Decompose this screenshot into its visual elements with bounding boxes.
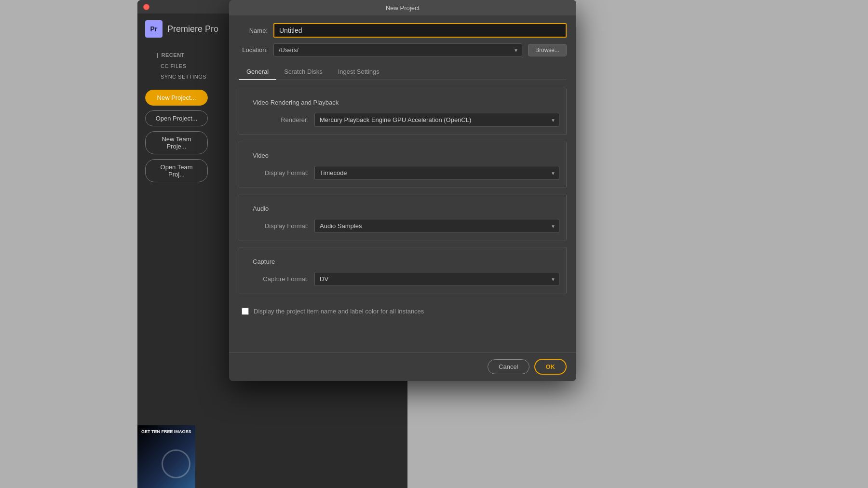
display-item-name-checkbox[interactable] — [242, 308, 249, 315]
video-body: Video Display Format: Timecode ▼ — [239, 141, 566, 188]
audio-display-format-row: Display Format: Audio Samples ▼ — [246, 217, 559, 235]
modal-footer: Cancel OK — [229, 352, 576, 381]
video-section: Video Display Format: Timecode ▼ — [239, 141, 567, 188]
name-label: Name: — [239, 27, 268, 34]
browse-button[interactable]: Browse... — [528, 44, 567, 56]
location-label: Location: — [239, 46, 268, 54]
tabs: General Scratch Disks Ingest Settings — [239, 64, 567, 80]
renderer-row: Renderer: Mercury Playback Engine GPU Ac… — [246, 111, 559, 129]
video-display-format-wrap: Timecode ▼ — [314, 166, 559, 180]
location-row: Location: /Users/ ▼ Browse... — [239, 43, 567, 56]
ad-banner[interactable]: GET TEN FREE IMAGES — [137, 425, 195, 488]
modal-title: New Project — [386, 4, 420, 12]
new-team-project-button[interactable]: New Team Proje... — [145, 131, 208, 154]
audio-display-format-select[interactable]: Audio Samples — [314, 219, 559, 233]
open-project-button[interactable]: Open Project... — [145, 110, 208, 126]
renderer-label: Renderer: — [246, 116, 309, 123]
audio-display-format-label: Display Format: — [246, 222, 309, 230]
modal-body: Name: Location: /Users/ ▼ Browse... Gene… — [229, 15, 576, 338]
checkbox-row: Display the project item name and label … — [239, 300, 567, 323]
audio-display-format-wrap: Audio Samples ▼ — [314, 219, 559, 233]
video-display-format-label: Display Format: — [246, 169, 309, 176]
video-rendering-title: Video Rendering and Playback — [246, 94, 559, 111]
renderer-select[interactable]: Mercury Playback Engine GPU Acceleration… — [314, 113, 559, 127]
capture-section: Capture Capture Format: DV ▼ — [239, 247, 567, 294]
new-project-dialog: New Project Name: Location: /Users/ ▼ Br… — [229, 0, 576, 381]
audio-section: Audio Display Format: Audio Samples ▼ — [239, 194, 567, 241]
cancel-button[interactable]: Cancel — [488, 359, 529, 374]
audio-body: Audio Display Format: Audio Samples ▼ — [239, 194, 566, 241]
ok-button[interactable]: OK — [534, 359, 567, 375]
location-select-wrap: /Users/ ▼ — [273, 43, 522, 56]
checkbox-label: Display the project item name and label … — [254, 308, 424, 315]
name-input[interactable] — [273, 23, 567, 38]
capture-format-row: Capture Format: DV ▼ — [246, 270, 559, 288]
open-team-project-button[interactable]: Open Team Proj... — [145, 159, 208, 182]
renderer-select-wrap: Mercury Playback Engine GPU Acceleration… — [314, 113, 559, 127]
premiere-logo: Pr — [145, 20, 163, 38]
video-rendering-section: Video Rendering and Playback Renderer: M… — [239, 88, 567, 135]
video-display-format-select[interactable]: Timecode — [314, 166, 559, 180]
audio-title: Audio — [246, 200, 559, 217]
modal-title-bar: New Project — [229, 0, 576, 15]
video-title: Video — [246, 147, 559, 164]
tab-content-general: Video Rendering and Playback Renderer: M… — [239, 80, 567, 330]
new-project-button[interactable]: New Project... — [145, 90, 208, 106]
ad-decoration — [162, 449, 190, 478]
close-button[interactable] — [143, 4, 149, 10]
location-select[interactable]: /Users/ — [273, 43, 522, 56]
name-row: Name: — [239, 23, 567, 38]
capture-body: Capture Capture Format: DV ▼ — [239, 247, 566, 294]
ad-text: GET TEN FREE IMAGES — [141, 429, 191, 435]
tab-general[interactable]: General — [239, 64, 276, 80]
capture-title: Capture — [246, 253, 559, 270]
tab-scratch-disks[interactable]: Scratch Disks — [276, 64, 330, 80]
capture-format-wrap: DV ▼ — [314, 272, 559, 286]
capture-format-label: Capture Format: — [246, 275, 309, 283]
video-rendering-body: Video Rendering and Playback Renderer: M… — [239, 88, 566, 135]
capture-format-select[interactable]: DV — [314, 272, 559, 286]
tab-ingest-settings[interactable]: Ingest Settings — [330, 64, 387, 80]
app-title: Premiere Pro — [167, 24, 218, 34]
video-display-format-row: Display Format: Timecode ▼ — [246, 164, 559, 182]
